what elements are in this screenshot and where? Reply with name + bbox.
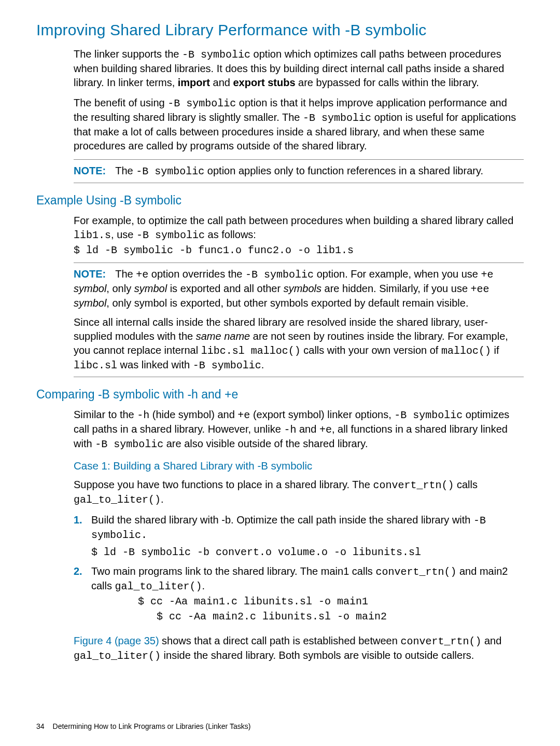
text: . <box>261 359 264 370</box>
footer-text: Determining How to Link Programs or Libr… <box>53 722 251 730</box>
text: if <box>491 344 499 356</box>
inline-code: +e <box>319 424 332 436</box>
page-title: Improving Shared Library Performance wit… <box>36 20 524 41</box>
example-heading: Example Using -B symbolic <box>36 192 524 209</box>
text: inside the shared library. Both symbols … <box>161 650 474 661</box>
italic-text: symbol <box>74 283 106 294</box>
figure-link[interactable]: Figure 4 (page 35) <box>74 635 159 646</box>
inline-code: lib1.s <box>74 229 111 241</box>
text: . <box>202 580 205 591</box>
example-paragraph: For example, to optimize the call path b… <box>74 214 524 242</box>
inline-code: convert_rtn() <box>373 479 454 491</box>
inline-code: +e <box>237 409 250 421</box>
intro-paragraph-1: The linker supports the -B symbolic opti… <box>74 47 524 90</box>
note-block-2: NOTE:The +e option overrides the -B symb… <box>74 263 524 377</box>
inline-code: malloc() <box>441 345 491 357</box>
note-label: NOTE: <box>74 267 106 281</box>
text: shows that a direct call path is establi… <box>159 635 401 646</box>
text: is exported and all other <box>167 283 284 294</box>
text: option. For example, when you use <box>314 268 481 280</box>
text: are hidden. Similarly, if you use <box>321 283 471 294</box>
text: and <box>481 635 501 646</box>
step-command: $ cc -Aa main1.c libunits.sl -o main1 <box>138 595 524 609</box>
compare-paragraph: Similar to the -h (hide symbol) and +e (… <box>74 408 524 451</box>
page-footer: 34Determining How to Link Programs or Li… <box>36 722 250 731</box>
inline-code: gal_to_liter() <box>74 494 161 506</box>
compare-heading: Comparing -B symbolic with -h and +e <box>36 386 524 403</box>
text: was linked with <box>117 359 193 370</box>
inline-code: -h <box>284 424 296 436</box>
inline-code: -B symbolic <box>394 409 463 421</box>
note-block-1: NOTE:The -B symbolic option applies only… <box>74 159 524 183</box>
text: and <box>296 423 319 435</box>
inline-code: -B symbolic <box>95 438 163 450</box>
bold-text: export stubs <box>233 77 295 88</box>
text: option overrides the <box>148 268 245 280</box>
text: For example, to optimize the call path b… <box>74 215 513 226</box>
text: The <box>115 165 136 176</box>
step-number: 2. <box>74 564 82 578</box>
text: option applies only to function referenc… <box>204 165 483 176</box>
text: The <box>115 268 136 280</box>
inline-code: -h <box>137 409 149 421</box>
text: Similar to the <box>74 409 137 420</box>
intro-paragraph-2: The benefit of using -B symbolic option … <box>74 96 524 153</box>
text: (export symbol) linker options, <box>250 409 394 420</box>
case1-after: Figure 4 (page 35) shows that a direct c… <box>74 634 524 663</box>
italic-text: symbol <box>134 283 167 294</box>
italic-text: same name <box>196 330 250 342</box>
text: , use <box>111 229 136 240</box>
step-command: $ cc -Aa main2.c libunits.sl -o main2 <box>138 610 524 624</box>
text: are also visible outside of the shared l… <box>163 438 368 449</box>
inline-code: convert_rtn() <box>400 636 481 647</box>
bold-text: import <box>178 77 210 88</box>
case1-heading: Case 1: Building a Shared Library with -… <box>74 459 524 473</box>
page-number: 34 <box>36 722 45 730</box>
text: The benefit of using <box>74 97 167 108</box>
text: (hide symbol) and <box>149 409 237 420</box>
step-command: $ ld -B symbolic -b convert.o volume.o -… <box>91 545 524 559</box>
inline-code: -B symbolic <box>182 49 250 61</box>
inline-code: -B symbolic <box>167 98 236 109</box>
note-label: NOTE: <box>74 164 106 178</box>
example-command: $ ld -B symbolic -b func1.o func2.o -o l… <box>74 243 524 257</box>
case1-intro: Suppose you have two functions to place … <box>74 478 524 507</box>
inline-code: +e <box>136 269 148 281</box>
text: are bypassed for calls within the librar… <box>296 77 479 88</box>
text: . <box>161 493 164 505</box>
italic-text: symbols <box>284 283 321 294</box>
text: Build the shared library with -b. Optimi… <box>91 514 473 526</box>
inline-code: gal_to_liter() <box>74 650 161 662</box>
inline-code: libc.sl malloc() <box>201 345 301 357</box>
text: and <box>210 77 233 88</box>
step-number: 1. <box>74 513 82 527</box>
text: Suppose you have two functions to place … <box>74 479 373 490</box>
text: , only symbol is exported, but other sym… <box>106 297 468 309</box>
inline-code: -B symbolic <box>303 112 371 124</box>
inline-code: libc.sl <box>74 360 117 371</box>
inline-code: +e <box>481 269 493 281</box>
inline-code: gal_to_liter() <box>115 581 202 592</box>
inline-code: -B symbolic <box>245 269 314 281</box>
text: as follows: <box>205 229 256 240</box>
step-1: 1. Build the shared library with -b. Opt… <box>74 513 524 559</box>
inline-code: -B symbolic <box>136 165 204 177</box>
inline-code: -B symbolic <box>136 229 205 241</box>
text: The linker supports the <box>74 48 182 60</box>
inline-code: +ee <box>471 283 489 295</box>
text: , only <box>106 283 134 294</box>
italic-text: symbol <box>74 297 106 309</box>
steps-list: 1. Build the shared library with -b. Opt… <box>74 513 524 624</box>
text: calls with your own version of <box>301 344 441 356</box>
text: Two main programs link to the shared lib… <box>91 565 375 577</box>
inline-code: convert_rtn() <box>375 566 456 578</box>
text: calls <box>454 479 478 490</box>
step-2: 2. Two main programs link to the shared … <box>74 564 524 624</box>
inline-code: -B symbolic <box>193 360 261 371</box>
